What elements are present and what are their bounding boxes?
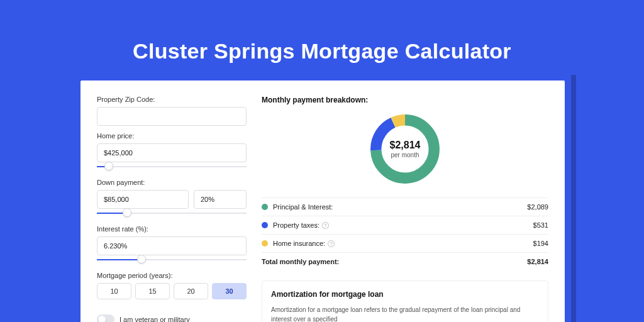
total-value: $2,814	[527, 258, 548, 265]
info-icon[interactable]: ?	[322, 222, 329, 229]
slider-thumb[interactable]	[104, 162, 113, 170]
period-option-30[interactable]: 30	[212, 283, 247, 299]
legend-dot	[262, 222, 268, 228]
period-option-10[interactable]: 10	[97, 283, 131, 299]
page-title: Cluster Springs Mortgage Calculator	[0, 0, 644, 81]
breakdown-row: Property taxes:?$531	[262, 216, 548, 234]
donut-center-sub: per month	[391, 152, 419, 158]
breakdown-header: Monthly payment breakdown:	[262, 96, 548, 104]
interest-rate-slider[interactable]	[97, 257, 247, 265]
donut-center-amount: $2,814	[390, 140, 421, 151]
interest-rate-label: Interest rate (%):	[97, 225, 247, 233]
interest-rate-input[interactable]	[97, 236, 247, 255]
card-shadow	[571, 75, 576, 322]
home-price-label: Home price:	[97, 132, 247, 140]
breakdown-row: Principal & Interest:$2,089	[262, 197, 548, 216]
veteran-toggle[interactable]	[97, 314, 114, 322]
down-payment-input[interactable]	[97, 190, 189, 209]
breakdown-total-row: Total monthly payment: $2,814	[262, 252, 548, 270]
breakdown-item-label: Property taxes:?	[273, 221, 533, 229]
donut-chart: $2,814 per month	[367, 111, 443, 187]
slider-thumb[interactable]	[123, 208, 131, 217]
down-payment-label: Down payment:	[97, 179, 247, 186]
breakdown-column: Monthly payment breakdown: $2,814 per mo…	[262, 96, 548, 322]
zip-label: Property Zip Code:	[97, 96, 247, 103]
mortgage-period-label: Mortgage period (years):	[97, 272, 247, 279]
home-price-slider[interactable]	[97, 164, 247, 172]
total-label: Total monthly payment:	[262, 258, 527, 265]
breakdown-row: Home insurance:?$194	[262, 234, 548, 252]
period-option-20[interactable]: 20	[174, 283, 208, 299]
down-payment-percent-input[interactable]	[194, 190, 247, 209]
breakdown-item-label: Home insurance:?	[273, 240, 533, 247]
amortization-text: Amortization for a mortgage loan refers …	[271, 305, 539, 322]
legend-dot	[262, 204, 268, 210]
calculator-card: Property Zip Code: Home price: Down paym…	[80, 80, 565, 322]
breakdown-item-value: $2,089	[527, 203, 548, 211]
slider-thumb[interactable]	[137, 255, 146, 264]
veteran-toggle-label: I am veteran or military	[119, 316, 190, 322]
info-icon[interactable]: ?	[328, 240, 335, 247]
amortization-section: Amortization for mortgage loan Amortizat…	[262, 280, 548, 322]
mortgage-period-options: 10152030	[97, 283, 247, 299]
form-column: Property Zip Code: Home price: Down paym…	[97, 96, 247, 322]
breakdown-list: Principal & Interest:$2,089Property taxe…	[262, 197, 548, 252]
legend-dot	[262, 240, 268, 247]
amortization-title: Amortization for mortgage loan	[271, 290, 539, 299]
breakdown-item-value: $531	[533, 221, 548, 229]
breakdown-item-value: $194	[533, 240, 548, 247]
zip-input[interactable]	[97, 107, 247, 126]
breakdown-item-label: Principal & Interest:	[273, 203, 527, 211]
down-payment-slider[interactable]	[97, 210, 247, 219]
home-price-input[interactable]	[97, 143, 247, 162]
donut-chart-container: $2,814 per month	[262, 111, 548, 197]
period-option-15[interactable]: 15	[135, 283, 170, 299]
